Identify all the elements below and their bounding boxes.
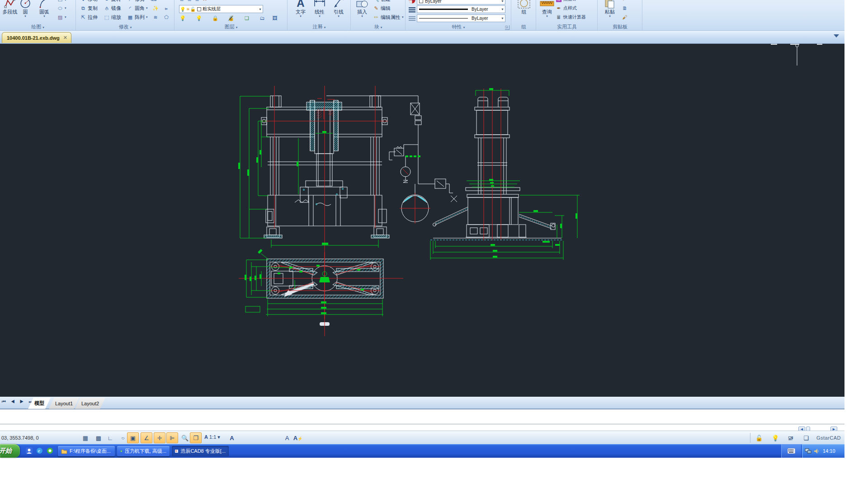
color-combo[interactable]: ByLayer▼ [417,0,505,5]
block-edit-button[interactable]: ✎编辑 [373,5,391,12]
circle-button[interactable]: 圆 ▾ [16,0,34,18]
cut-button[interactable]: ✂ [622,0,628,3]
annoauto-icon[interactable]: A⚡ [292,432,304,443]
block-editattr-button[interactable]: ✏编辑属性▾ [373,14,404,21]
panel-label-clipboard[interactable]: 剪贴板 [598,24,642,30]
bulb-icon[interactable]: 💡 [769,432,781,443]
model-paper-button[interactable]: ❐ [190,432,202,443]
taskbar-task-download[interactable]: 压力机下载, 高级... [117,446,170,456]
cleanscreen-icon[interactable]: 🖳 [785,432,797,443]
lineweight-combo[interactable]: ByLayer▼ [417,5,505,13]
paste-button[interactable]: 粘贴 ▾ [601,0,619,18]
drawing-canvas[interactable] [0,44,844,397]
taskbar-task-gstarcad[interactable]: C 浩辰CAD8 专业版[... [172,446,229,456]
measure-button[interactable]: 查询 ▾ [538,0,556,18]
arc-button[interactable]: 圆弧 ▾ [35,0,53,18]
panel-label-utilities[interactable]: 实用工具 [537,24,597,30]
id-button[interactable]: 🆔点坐标 [556,0,577,3]
layer-walk-button[interactable]: 🖼 [272,14,278,22]
quicklaunch-icon-1[interactable] [25,447,33,455]
arc-dropdown[interactable]: ▾ [35,15,53,18]
quicklaunch-icon-360[interactable] [46,447,53,455]
linetype-combo[interactable]: ByLayer▼ [417,14,505,22]
ellipse-button[interactable]: ⬭▾ [57,5,66,12]
document-tab-close-icon[interactable]: ✕ [63,35,67,41]
autoscale-icon[interactable]: A [281,432,293,443]
arc-icon [35,0,53,9]
paste-icon [601,0,619,9]
window-icon[interactable]: ❏ [800,432,812,443]
lineweight-icon [409,6,415,13]
rectangle-button[interactable]: ▭▾ [57,0,66,4]
unlock-icon[interactable]: 🔓 [753,432,765,443]
layer-state-button[interactable]: 🗂 [259,14,265,22]
layer-lock-button[interactable]: 🔒 [212,14,218,22]
layer-off-button[interactable]: 💡 [179,14,186,22]
layer-isolate-button[interactable]: 💡 [196,14,202,22]
circle-dropdown[interactable]: ▾ [16,15,34,18]
array-button[interactable]: ▦阵列▾ [127,14,148,21]
align-button[interactable]: ⫢ [163,5,170,12]
network-icon[interactable] [805,448,811,454]
document-tab-bar: 10400.01B-21.exb.dwg ✕ [0,31,844,44]
quicklaunch-icon-ie[interactable]: e [36,447,43,455]
command-area[interactable]: ◀ ▶ [0,409,844,431]
erase-button[interactable]: ⌫ [150,0,156,3]
language-bar[interactable] [781,444,801,458]
offset-button[interactable]: ≋ [152,14,159,21]
status-bar: 03, 3553.7498, 0 ▦ ▩ ∟ ⌔ ▣ ∠ ✛ ⊫ 🔍 ❐ A 1… [0,431,844,444]
rotate-button[interactable]: ↻旋转 [104,0,121,3]
panel-label-annotate[interactable]: 注释 ▾ [288,24,350,30]
copyclip-button[interactable]: 🗎 [622,5,628,12]
taskbar-task-folder[interactable]: F:\程序备份\桌面... [58,446,115,456]
stretch-button[interactable]: ⇱拉伸 [80,14,98,21]
tab-layout1[interactable]: Layout1 [49,398,79,409]
properties-dialog-launcher[interactable]: ◲ [505,25,509,30]
explode-button[interactable]: ⬠ [163,14,170,21]
pointstyle-button[interactable]: ✒点样式 [556,5,577,12]
panel-label-draw[interactable]: 绘图 ▾ [0,24,75,30]
annotation-visibility-icon[interactable]: A [226,432,238,443]
text-button[interactable]: A 文字 ▾ [292,0,310,18]
matchprop-button[interactable]: ✨ [152,5,159,12]
layer-prev-button[interactable]: ❏ [244,14,250,22]
scale-button[interactable]: ⬚缩放 [104,14,121,21]
fillet-button[interactable]: ◜圆角▾ [127,5,148,12]
tab-list-dropdown-icon[interactable] [834,34,839,38]
panel-annotate: A 文字 ▾ 线性 ▾ 引线 ▾ 注释 ▾ [288,0,351,31]
layer-unlock-button[interactable]: 🔏 [227,14,234,22]
document-tab[interactable]: 10400.01B-21.exb.dwg ✕ [2,32,71,43]
grid-button[interactable]: ▩ [93,432,104,443]
volume-icon[interactable] [814,448,820,454]
move-button[interactable]: ✥移动 [80,0,98,3]
lwt-button[interactable]: ⊫ [166,432,178,443]
dyn-button[interactable]: ✛ [154,432,165,443]
layout-nav-buttons[interactable]: ⏮ ◀ ▶ ⏭ [2,399,34,404]
panel-label-group[interactable]: 组 [512,24,536,30]
snap-button[interactable]: ▦ [80,432,91,443]
ortho-button[interactable]: ∟ [104,432,116,443]
tab-layout2[interactable]: Layout2 [75,398,105,409]
panel-label-layer[interactable]: 图层 ▾ [175,24,287,30]
panel-label-block[interactable]: 块 ▾ [351,24,405,30]
formatpainter-button[interactable]: 🖌 [622,14,628,21]
group-button[interactable]: 组 [515,0,533,15]
hatch-button[interactable]: ▨▾ [57,14,66,21]
osnap-button[interactable]: ▣ [127,432,139,443]
quickprop-button[interactable]: 🔍 [179,432,191,443]
annotation-scale[interactable]: A 1:1 ▾ [204,434,220,440]
mirror-button[interactable]: ⫛镜像 [104,5,121,12]
trim-button[interactable]: ⌿修剪 [127,0,145,3]
leader-button[interactable]: 引线 ▾ [330,0,348,18]
linear-dim-button[interactable]: 线性 ▾ [311,0,329,18]
layer-props-button[interactable]: ≣≣≣✕ [179,0,208,3]
panel-label-modify[interactable]: 修改 ▾ [76,24,174,30]
layer-combo[interactable]: 💡☀🔓 粗实线层 ▼ [179,5,263,13]
quickcalc-button[interactable]: 🖩快速计算器 [556,14,586,21]
insert-button[interactable]: 插入 ▾ [353,0,371,18]
otrack-button[interactable]: ∠ [141,432,152,443]
block-create-button[interactable]: 🔧创建 [373,0,391,3]
panel-label-properties[interactable]: 特性 ▾ [406,24,511,30]
copy-button[interactable]: ⧉复制 [80,5,98,12]
start-button[interactable]: 开始 [0,444,20,458]
